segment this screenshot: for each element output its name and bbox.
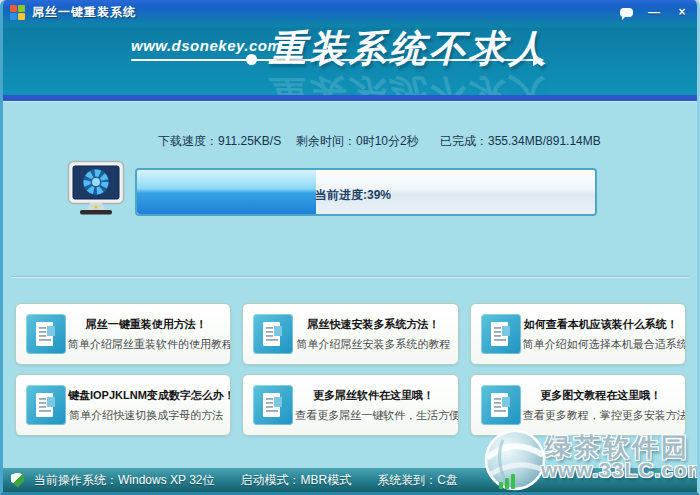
status-install-target: 系统装到：C盘 (377, 472, 458, 489)
card-subtitle: 简单介绍快速切换成字母的方法 (68, 408, 224, 423)
card-title: 屌丝一键重装使用方法！ (68, 317, 224, 332)
shortcut-cards: 屌丝一键重装使用方法！ 简单介绍屌丝重装软件的使用教程 屌丝快速安装多系统方法！… (15, 303, 686, 436)
card-more-software[interactable]: 更多屌丝软件在这里哦！ 查看更多屌丝一键软件，生活方便 (242, 374, 458, 436)
speech-bubble-icon (620, 8, 633, 17)
document-icon (481, 385, 521, 425)
status-bar: 当前操作系统：Windows XP 32位 启动模式：MBR模式 系统装到：C盘 (3, 468, 697, 492)
app-logo-icon (10, 5, 26, 21)
card-text: 如何查看本机应该装什么系统！ 简单介绍如何选择本机最合适系统 (521, 317, 681, 352)
card-text: 更多图文教程在这里哦！ 查看更多教程，掌控更多安装方法 (521, 388, 681, 423)
card-subtitle: 查看更多屌丝一键软件，生活方便 (295, 408, 451, 423)
time-remaining-stat: 剩余时间：0时10分2秒 (296, 133, 419, 150)
card-subtitle: 简单介绍屌丝重装软件的使用教程 (68, 337, 224, 352)
card-subtitle: 查看更多教程，掌控更多安装方法 (523, 408, 679, 423)
main-panel: 下载速度：911.25KB/S 剩余时间：0时10分2秒 已完成：355.34M… (3, 101, 697, 471)
document-icon (481, 314, 521, 354)
card-title: 键盘IOPJKLNM变成数字怎么办！ (68, 388, 224, 403)
line-dot (246, 54, 257, 65)
completed-stat: 已完成：355.34MB/891.14MB (440, 133, 601, 150)
card-text: 更多屌丝软件在这里哦！ 查看更多屌丝一键软件，生活方便 (293, 388, 453, 423)
card-which-system-guide[interactable]: 如何查看本机应该装什么系统！ 简单介绍如何选择本机最合适系统 (470, 303, 686, 365)
progress-bar: 当前进度:39% (135, 168, 597, 216)
download-speed-stat: 下载速度：911.25KB/S (158, 133, 281, 150)
app-window: 屌丝一键重装系统 — × www.dsonekey.com 重装系统不求人 重装… (0, 0, 700, 495)
card-more-tutorials[interactable]: 更多图文教程在这里哦！ 查看更多教程，掌控更多安装方法 (470, 374, 686, 436)
card-text: 屌丝一键重装使用方法！ 简单介绍屌丝重装软件的使用教程 (66, 317, 226, 352)
card-text: 屌丝快速安装多系统方法！ 简单介绍屌丝安装多系统的教程 (293, 317, 453, 352)
card-title: 更多图文教程在这里哦！ (523, 388, 679, 403)
card-keyboard-numbers-fix[interactable]: 键盘IOPJKLNM变成数字怎么办！ 简单介绍快速切换成字母的方法 (15, 374, 231, 436)
card-title: 更多屌丝软件在这里哦！ (295, 388, 451, 403)
card-title: 如何查看本机应该装什么系统！ (523, 317, 679, 332)
monitor-icon (67, 160, 125, 220)
document-icon (26, 385, 66, 425)
minimize-button[interactable]: — (645, 5, 663, 19)
close-button[interactable]: × (673, 5, 691, 19)
card-subtitle: 简单介绍如何选择本机最合适系统 (523, 337, 679, 352)
section-divider (11, 276, 689, 277)
card-reinstall-guide[interactable]: 屌丝一键重装使用方法！ 简单介绍屌丝重装软件的使用教程 (15, 303, 231, 365)
progress-label: 当前进度:39% (315, 187, 391, 204)
window-controls: — × (617, 5, 691, 19)
status-os: 当前操作系统：Windows XP 32位 (34, 472, 215, 489)
card-multi-system-guide[interactable]: 屌丝快速安装多系统方法！ 简单介绍屌丝安装多系统的教程 (242, 303, 458, 365)
green-shield-icon (11, 473, 24, 488)
progress-fill (137, 170, 316, 214)
title-bar: 屌丝一键重装系统 — × (3, 0, 697, 28)
document-icon (26, 314, 66, 354)
website-url: www.dsonekey.com (131, 37, 281, 54)
window-title: 屌丝一键重装系统 (32, 4, 136, 21)
header-banner: www.dsonekey.com 重装系统不求人 重装系统不求人 (3, 28, 697, 95)
card-title: 屌丝快速安装多系统方法！ (295, 317, 451, 332)
card-subtitle: 简单介绍屌丝安装多系统的教程 (295, 337, 451, 352)
status-boot-mode: 启动模式：MBR模式 (241, 472, 352, 489)
document-icon (253, 385, 293, 425)
feedback-button[interactable] (617, 5, 635, 19)
card-text: 键盘IOPJKLNM变成数字怎么办！ 简单介绍快速切换成字母的方法 (66, 388, 226, 423)
slogan-reflection: 重装系统不求人 (269, 68, 549, 95)
document-icon (253, 314, 293, 354)
